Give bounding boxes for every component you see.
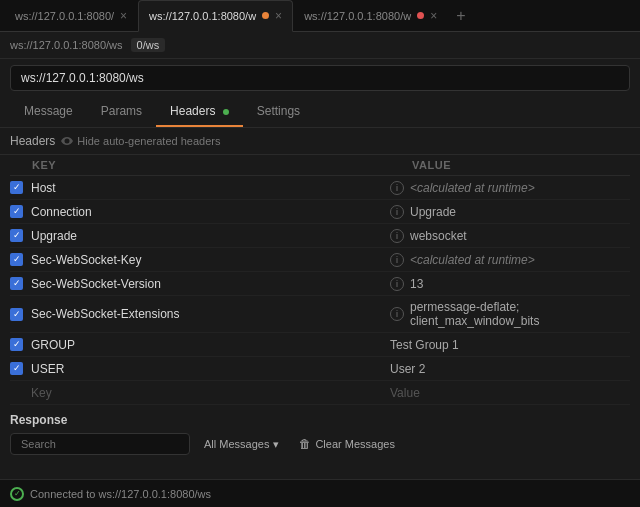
value-cell: i <calculated at runtime>: [390, 253, 630, 267]
key-text: Sec-WebSocket-Key: [31, 253, 142, 267]
headers-section-label: Headers: [10, 134, 55, 148]
row-checkbox-wskey[interactable]: [10, 253, 23, 266]
value-text-placeholder: Value: [390, 386, 420, 400]
headers-controls: Headers Hide auto-generated headers: [0, 128, 640, 155]
value-text: Test Group 1: [390, 338, 459, 352]
value-text: permessage-deflate; client_max_window_bi…: [410, 300, 630, 328]
key-cell: Key: [10, 386, 390, 400]
hide-auto-headers-label: Hide auto-generated headers: [77, 135, 220, 147]
value-cell: Test Group 1: [390, 338, 630, 352]
tab-2-label: ws://127.0.0.1:8080/w: [149, 10, 256, 22]
table-row: Sec-WebSocket-Extensions i permessage-de…: [10, 296, 630, 333]
address-label: ws://127.0.0.1:8080/ws: [10, 39, 123, 51]
response-section: Response All Messages ▾ 🗑 Clear Messages: [0, 405, 640, 459]
table-header: Key Value: [10, 155, 630, 176]
value-text: websocket: [410, 229, 467, 243]
status-text: Connected to ws://127.0.0.1:8080/ws: [30, 488, 211, 500]
row-checkbox-wsext[interactable]: [10, 308, 23, 321]
connection-status-icon: [10, 487, 24, 501]
value-text: User 2: [390, 362, 425, 376]
address-bar-area: ws://127.0.0.1:8080/ws 0/ws: [0, 32, 640, 59]
info-icon[interactable]: i: [390, 307, 404, 321]
info-icon[interactable]: i: [390, 277, 404, 291]
all-messages-button[interactable]: All Messages ▾: [198, 434, 285, 455]
url-input[interactable]: [10, 65, 630, 91]
table-row: Host i <calculated at runtime>: [10, 176, 630, 200]
clear-messages-label: Clear Messages: [315, 438, 394, 450]
tab-2-dot: [262, 12, 269, 19]
tab-3-close[interactable]: ×: [430, 10, 437, 22]
tab-headers[interactable]: Headers: [156, 97, 243, 127]
info-icon[interactable]: i: [390, 229, 404, 243]
nav-tabs: Message Params Headers Settings: [0, 97, 640, 128]
value-cell: i 13: [390, 277, 630, 291]
tab-bar: ws://127.0.0.1:8080/ × ws://127.0.0.1:80…: [0, 0, 640, 32]
info-icon[interactable]: i: [390, 205, 404, 219]
hide-auto-headers-button[interactable]: Hide auto-generated headers: [61, 135, 220, 147]
status-bar: Connected to ws://127.0.0.1:8080/ws: [0, 479, 640, 507]
value-cell: User 2: [390, 362, 630, 376]
address-badge: 0/ws: [131, 38, 166, 52]
key-cell: Sec-WebSocket-Key: [10, 253, 390, 267]
info-icon[interactable]: i: [390, 181, 404, 195]
tab-1-close[interactable]: ×: [120, 10, 127, 22]
chevron-down-icon: ▾: [273, 438, 279, 451]
search-input[interactable]: [10, 433, 190, 455]
table-row-empty: Key Value: [10, 381, 630, 405]
tab-3-dot: [417, 12, 424, 19]
key-cell: Upgrade: [10, 229, 390, 243]
table-row: Connection i Upgrade: [10, 200, 630, 224]
value-cell: Value: [390, 386, 630, 400]
key-text: Upgrade: [31, 229, 77, 243]
tab-2-close[interactable]: ×: [275, 10, 282, 22]
tab-1[interactable]: ws://127.0.0.1:8080/ ×: [4, 0, 138, 32]
tab-3-label: ws://127.0.0.1:8080/w: [304, 10, 411, 22]
response-toolbar: All Messages ▾ 🗑 Clear Messages: [10, 433, 630, 455]
table-row: GROUP Test Group 1: [10, 333, 630, 357]
row-checkbox-user[interactable]: [10, 362, 23, 375]
table-row: Sec-WebSocket-Version i 13: [10, 272, 630, 296]
row-checkbox-host[interactable]: [10, 181, 23, 194]
row-checkbox-upgrade[interactable]: [10, 229, 23, 242]
tab-2[interactable]: ws://127.0.0.1:8080/w ×: [138, 0, 293, 32]
key-column-header: Key: [10, 159, 390, 171]
table-row: Sec-WebSocket-Key i <calculated at runti…: [10, 248, 630, 272]
key-text: Host: [31, 181, 56, 195]
trash-icon: 🗑: [299, 437, 311, 451]
headers-active-dot: [223, 109, 229, 115]
url-bar-container: [0, 59, 640, 97]
value-text: 13: [410, 277, 423, 291]
add-tab-button[interactable]: +: [448, 7, 473, 25]
row-checkbox-group[interactable]: [10, 338, 23, 351]
key-cell: Sec-WebSocket-Extensions: [10, 307, 390, 321]
value-cell: i <calculated at runtime>: [390, 181, 630, 195]
value-column-header: Value: [390, 159, 630, 171]
row-checkbox-wsversion[interactable]: [10, 277, 23, 290]
table-row: USER User 2: [10, 357, 630, 381]
key-cell: USER: [10, 362, 390, 376]
row-checkbox-connection[interactable]: [10, 205, 23, 218]
info-icon[interactable]: i: [390, 253, 404, 267]
tab-settings[interactable]: Settings: [243, 97, 314, 127]
response-label: Response: [10, 413, 630, 427]
table-row: Upgrade i websocket: [10, 224, 630, 248]
tab-3[interactable]: ws://127.0.0.1:8080/w ×: [293, 0, 448, 32]
clear-messages-button[interactable]: 🗑 Clear Messages: [293, 433, 400, 455]
key-text: GROUP: [31, 338, 75, 352]
value-cell: i websocket: [390, 229, 630, 243]
key-cell: GROUP: [10, 338, 390, 352]
key-text-placeholder: Key: [31, 386, 52, 400]
headers-table: Key Value Host i <calculated at runtime>…: [0, 155, 640, 405]
value-text: <calculated at runtime>: [410, 181, 535, 195]
tab-message[interactable]: Message: [10, 97, 87, 127]
key-cell: Host: [10, 181, 390, 195]
tab-params[interactable]: Params: [87, 97, 156, 127]
value-text: Upgrade: [410, 205, 456, 219]
all-messages-label: All Messages: [204, 438, 269, 450]
tab-1-label: ws://127.0.0.1:8080/: [15, 10, 114, 22]
value-cell: i permessage-deflate; client_max_window_…: [390, 300, 630, 328]
value-cell: i Upgrade: [390, 205, 630, 219]
key-cell: Sec-WebSocket-Version: [10, 277, 390, 291]
eye-icon: [61, 135, 73, 147]
key-text: Sec-WebSocket-Extensions: [31, 307, 180, 321]
